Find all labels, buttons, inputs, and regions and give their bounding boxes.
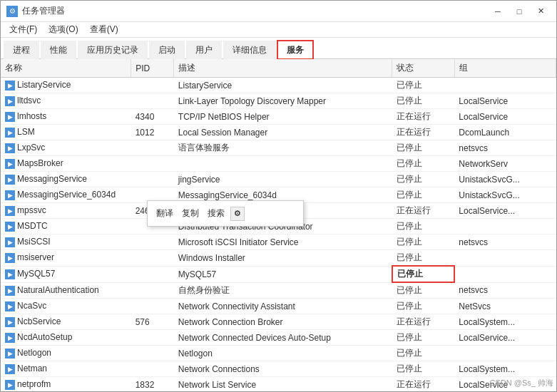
table-row[interactable]: ▶MessagingServicejingService已停止UnistackS… bbox=[1, 172, 556, 187]
table-row[interactable]: ▶LSM1012Local Session Manager正在运行DcomLau… bbox=[1, 125, 556, 140]
table-row[interactable]: ▶MapsBroker已停止NetworkServ bbox=[1, 156, 556, 172]
task-manager-window: ⚙ 任务管理器 ─ □ ✕ 文件(F) 选项(O) 查看(V) 进程 性能 应用… bbox=[0, 0, 557, 392]
service-status-cell: 已停止 bbox=[392, 330, 454, 346]
service-group-cell: DcomLaunch bbox=[454, 125, 556, 140]
service-name-cell: ▶MessagingService_6034d bbox=[1, 187, 131, 203]
service-icon: ▶ bbox=[5, 206, 15, 216]
tab-processes[interactable]: 进程 bbox=[4, 41, 39, 59]
minimize-button[interactable]: ─ bbox=[488, 4, 508, 19]
service-name-cell: ▶LSM bbox=[1, 125, 131, 140]
service-group-cell: LocalSystem... bbox=[454, 314, 556, 330]
service-group-cell: netsvcs bbox=[454, 234, 556, 250]
service-status-cell: 已停止 bbox=[392, 219, 454, 234]
service-desc-cell: jingService bbox=[174, 172, 392, 187]
table-row[interactable]: ▶ListaryServiceListaryService已停止 bbox=[1, 78, 556, 93]
service-status-cell: 正在运行 bbox=[392, 203, 454, 219]
service-icon: ▶ bbox=[5, 128, 15, 138]
table-row[interactable]: ▶lltdsvcLink-Layer Topology Discovery Ma… bbox=[1, 93, 556, 109]
service-icon: ▶ bbox=[5, 112, 15, 122]
context-menu-copy[interactable]: 复制 bbox=[179, 204, 202, 223]
service-group-cell: LocalService bbox=[454, 93, 556, 109]
service-desc-cell: TCP/IP NetBIOS Helper bbox=[174, 109, 392, 125]
tab-performance[interactable]: 性能 bbox=[41, 41, 76, 59]
context-menu-gear-button[interactable]: ⚙ bbox=[230, 207, 245, 221]
col-header-status[interactable]: 状态 bbox=[392, 59, 454, 78]
context-menu-translate[interactable]: 翻译 bbox=[153, 204, 176, 223]
service-status-cell: 已停止 bbox=[392, 250, 454, 267]
service-status-cell: 已停止 bbox=[392, 93, 454, 109]
col-header-group[interactable]: 组 bbox=[454, 59, 556, 78]
service-icon: ▶ bbox=[5, 159, 15, 169]
context-menu-search-row: 翻译 复制 搜索 ⚙ bbox=[148, 201, 303, 226]
table-row[interactable]: ▶lmhosts4340TCP/IP NetBIOS Helper正在运行Loc… bbox=[1, 109, 556, 125]
col-header-desc[interactable]: 描述 bbox=[174, 59, 392, 78]
service-status-cell: 已停止 bbox=[392, 299, 454, 314]
service-group-cell bbox=[454, 346, 556, 361]
table-row[interactable]: ▶NetmanNetwork Connections已停止LocalSystem… bbox=[1, 361, 556, 377]
service-desc-cell: Link-Layer Topology Discovery Mapper bbox=[174, 93, 392, 109]
table-header-row: 名称 PID 描述 状态 组 bbox=[1, 59, 556, 78]
service-status-cell: 已停止 bbox=[392, 361, 454, 377]
table-row[interactable]: ▶NcdAutoSetupNetwork Connected Devices A… bbox=[1, 330, 556, 346]
service-icon: ▶ bbox=[5, 380, 15, 390]
service-pid-cell bbox=[131, 78, 174, 93]
service-pid-cell bbox=[131, 156, 174, 172]
table-row[interactable]: ▶netprofm1832Network List Service正在运行Loc… bbox=[1, 377, 556, 392]
table-row[interactable]: ▶MsiSCSIMicrosoft iSCSI Initiator Servic… bbox=[1, 234, 556, 250]
context-menu: 翻译 复制 搜索 ⚙ bbox=[147, 200, 304, 227]
service-group-cell bbox=[454, 250, 556, 267]
table-row[interactable]: ▶NcaSvcNetwork Connectivity Assistant已停止… bbox=[1, 299, 556, 314]
tab-users[interactable]: 用户 bbox=[186, 41, 222, 59]
tabs-bar: 进程 性能 应用历史记录 启动 用户 详细信息 服务 bbox=[1, 38, 556, 59]
service-status-cell: 正在运行 bbox=[392, 109, 454, 125]
service-pid-cell bbox=[131, 140, 174, 156]
menu-file[interactable]: 文件(F) bbox=[4, 22, 43, 37]
service-pid-cell bbox=[131, 172, 174, 187]
menu-options[interactable]: 选项(O) bbox=[43, 22, 83, 37]
service-pid-cell bbox=[131, 266, 174, 282]
service-pid-cell bbox=[131, 93, 174, 109]
table-row[interactable]: ▶NetlogonNetlogon已停止 bbox=[1, 346, 556, 361]
menu-view[interactable]: 查看(V) bbox=[84, 22, 124, 37]
col-header-name[interactable]: 名称 bbox=[1, 59, 131, 78]
window-title: 任务管理器 bbox=[22, 5, 65, 17]
service-name-cell: ▶Netman bbox=[1, 361, 131, 377]
service-name-cell: ▶msiserver bbox=[1, 250, 131, 267]
maximize-button[interactable]: □ bbox=[509, 4, 529, 19]
tab-startup[interactable]: 启动 bbox=[149, 41, 185, 59]
table-row[interactable]: ▶NcbService576Network Connection Broker正… bbox=[1, 314, 556, 330]
service-desc-cell: Network Connection Broker bbox=[174, 314, 392, 330]
tab-app-history[interactable]: 应用历史记录 bbox=[78, 41, 148, 59]
service-pid-cell bbox=[131, 234, 174, 250]
services-table-container: 名称 PID 描述 状态 组 ▶ListaryServiceListarySer… bbox=[1, 59, 556, 391]
service-name-cell: ▶Netlogon bbox=[1, 346, 131, 361]
table-row[interactable]: ▶NaturalAuthentication自然身份验证已停止netsvcs bbox=[1, 282, 556, 299]
service-pid-cell bbox=[131, 346, 174, 361]
service-pid-cell: 576 bbox=[131, 314, 174, 330]
service-status-cell: 已停止 bbox=[392, 266, 454, 282]
service-desc-cell: 语言体验服务 bbox=[174, 140, 392, 156]
service-icon: ▶ bbox=[5, 333, 15, 343]
service-name-cell: ▶lltdsvc bbox=[1, 93, 131, 109]
tab-details[interactable]: 详细信息 bbox=[223, 41, 276, 59]
service-status-cell: 正在运行 bbox=[392, 377, 454, 392]
app-icon: ⚙ bbox=[6, 6, 18, 17]
col-header-pid[interactable]: PID bbox=[131, 59, 174, 78]
service-desc-cell: Network Connections bbox=[174, 361, 392, 377]
service-icon: ▶ bbox=[5, 317, 15, 327]
service-group-cell: NetworkServ bbox=[454, 156, 556, 172]
service-icon: ▶ bbox=[5, 81, 15, 91]
service-pid-cell bbox=[131, 250, 174, 267]
table-row[interactable]: ▶LxpSvc语言体验服务已停止netsvcs bbox=[1, 140, 556, 156]
service-group-cell bbox=[454, 78, 556, 93]
close-button[interactable]: ✕ bbox=[531, 4, 551, 19]
service-desc-cell: Network Connectivity Assistant bbox=[174, 299, 392, 314]
service-pid-cell bbox=[131, 282, 174, 299]
table-row[interactable]: ▶MySQL57MySQL57已停止 bbox=[1, 266, 556, 282]
tab-services[interactable]: 服务 bbox=[277, 41, 313, 59]
service-pid-cell: 1012 bbox=[131, 125, 174, 140]
service-name-cell: ▶NcbService bbox=[1, 314, 131, 330]
table-row[interactable]: ▶msiserverWindows Installer已停止 bbox=[1, 250, 556, 267]
context-menu-search-label[interactable]: 搜索 bbox=[205, 204, 228, 223]
service-desc-cell: Microsoft iSCSI Initiator Service bbox=[174, 234, 392, 250]
